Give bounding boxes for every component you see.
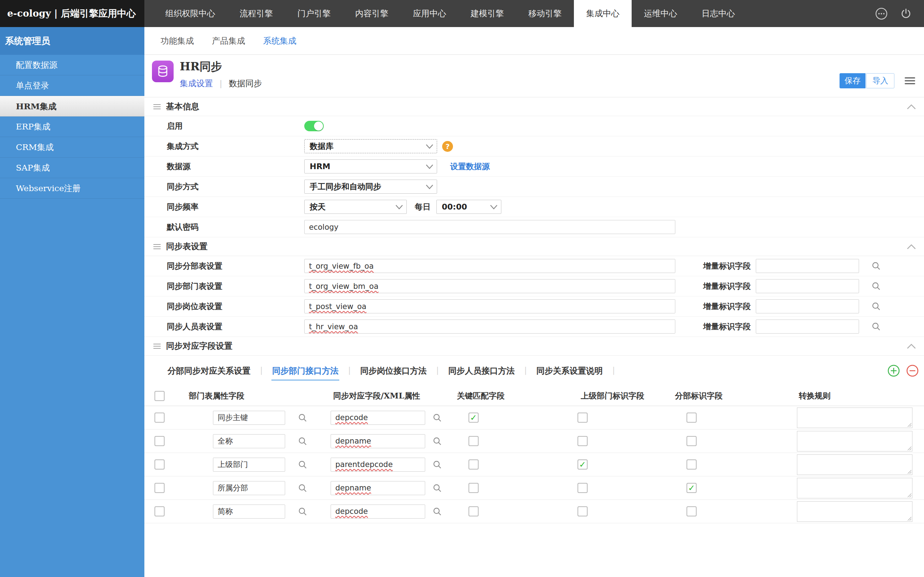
table-name-input[interactable]: t_hr_view_oa [304, 319, 675, 334]
branch-flag-checkbox[interactable] [687, 483, 696, 493]
table-name-input[interactable]: t_org_view_bm_oa [304, 279, 675, 293]
top-nav-tab[interactable]: 运维中心 [632, 0, 690, 27]
magnifier-icon[interactable] [871, 281, 881, 291]
chevron-up-icon[interactable] [907, 244, 916, 250]
mapping-tab[interactable]: 同步人员接口方法 [447, 361, 515, 381]
increment-field-input[interactable] [756, 259, 859, 273]
top-nav-tab[interactable]: 内容引擎 [343, 0, 401, 27]
configure-datasource-link[interactable]: 设置数据源 [450, 161, 490, 172]
conversion-rule-textarea[interactable] [797, 455, 913, 475]
sidebar-item[interactable]: 单点登录 [0, 76, 144, 96]
magnifier-icon[interactable] [298, 507, 307, 516]
top-nav-tab[interactable]: 流程引擎 [228, 0, 285, 27]
xml-attr-input[interactable]: depcode [331, 411, 425, 425]
key-match-checkbox[interactable] [468, 459, 478, 469]
minus-circle-icon[interactable] [906, 364, 919, 377]
top-nav-tab[interactable]: 建模引擎 [459, 0, 516, 27]
branch-flag-checkbox[interactable] [687, 459, 696, 469]
top-nav-tab[interactable]: 组织权限中心 [153, 0, 228, 27]
increment-field-input[interactable] [756, 299, 859, 313]
parent-flag-checkbox[interactable] [577, 413, 588, 423]
list-menu-icon[interactable] [905, 76, 915, 85]
magnifier-icon[interactable] [871, 261, 881, 271]
dept-field-input[interactable]: 上级部门 [213, 458, 285, 472]
magnifier-icon[interactable] [432, 460, 442, 469]
table-name-input[interactable]: t_post_view_oa [304, 299, 675, 313]
sidebar-item[interactable]: 配置数据源 [0, 55, 144, 76]
sync-mode-select[interactable]: 手工同步和自动同步 [304, 180, 437, 193]
help-icon[interactable]: ? [442, 141, 453, 152]
magnifier-icon[interactable] [298, 436, 307, 446]
top-nav-tab[interactable]: 门户引擎 [285, 0, 343, 27]
integration-mode-select[interactable]: 数据库 [304, 139, 437, 153]
sidebar-item[interactable]: HRM集成 [0, 96, 144, 116]
enable-toggle[interactable] [304, 121, 324, 131]
branch-flag-checkbox[interactable] [687, 413, 696, 423]
row-select-checkbox[interactable] [155, 436, 165, 446]
daily-time-select[interactable]: 00:00 [436, 200, 501, 214]
sidebar-item[interactable]: CRM集成 [0, 137, 144, 158]
magnifier-icon[interactable] [298, 460, 307, 469]
top-nav-tab[interactable]: 移动引擎 [516, 0, 574, 27]
magnifier-icon[interactable] [298, 413, 307, 423]
top-nav-tab[interactable]: 日志中心 [690, 0, 747, 27]
plus-circle-icon[interactable] [887, 364, 900, 377]
key-match-checkbox[interactable] [468, 483, 478, 493]
parent-flag-checkbox[interactable] [577, 483, 588, 493]
chevron-up-icon[interactable] [907, 343, 916, 349]
ellipsis-circle-icon[interactable] [875, 7, 888, 20]
xml-attr-input[interactable]: depname [331, 481, 425, 495]
power-icon[interactable] [900, 8, 912, 19]
dept-field-input[interactable]: 全称 [213, 434, 285, 448]
key-match-checkbox[interactable] [468, 436, 478, 446]
parent-flag-checkbox[interactable] [577, 506, 588, 516]
row-select-checkbox[interactable] [155, 413, 165, 423]
row-select-checkbox[interactable] [155, 459, 165, 469]
magnifier-icon[interactable] [432, 413, 442, 423]
key-match-checkbox[interactable] [468, 413, 478, 423]
sidebar-item[interactable]: ERP集成 [0, 116, 144, 137]
conversion-rule-textarea[interactable] [797, 478, 913, 498]
table-name-input[interactable]: t_org_view_fb_oa [304, 259, 675, 273]
parent-flag-checkbox[interactable] [577, 459, 588, 469]
xml-attr-input[interactable]: depcode [331, 504, 425, 519]
xml-attr-input[interactable]: parentdepcode [331, 458, 425, 472]
conversion-rule-textarea[interactable] [797, 431, 913, 451]
top-nav-tab[interactable]: 应用中心 [401, 0, 459, 27]
import-button[interactable]: 导入 [866, 73, 894, 89]
subnav-item[interactable]: 功能集成 [152, 35, 203, 47]
row-select-checkbox[interactable] [155, 506, 165, 516]
increment-field-input[interactable] [756, 279, 859, 293]
sidebar-item[interactable]: SAP集成 [0, 158, 144, 178]
top-nav-tab[interactable]: 集成中心 [574, 0, 632, 27]
increment-field-input[interactable] [756, 319, 859, 334]
subnav-item[interactable]: 产品集成 [203, 35, 254, 47]
conversion-rule-textarea[interactable] [797, 408, 913, 428]
branch-flag-checkbox[interactable] [687, 436, 696, 446]
dept-field-input[interactable]: 同步主键 [213, 411, 285, 425]
magnifier-icon[interactable] [432, 507, 442, 516]
datasource-select[interactable]: HRM [304, 160, 437, 174]
dept-field-input[interactable]: 所属分部 [213, 481, 285, 495]
subnav-item[interactable]: 系统集成 [254, 35, 305, 47]
row-select-checkbox[interactable] [155, 483, 165, 493]
xml-attr-input[interactable]: depname [331, 434, 425, 448]
tab-data-sync[interactable]: 数据同步 [229, 78, 262, 89]
mapping-tab[interactable]: 同步部门接口方法 [271, 361, 339, 381]
default-password-input[interactable] [304, 220, 675, 234]
conversion-rule-textarea[interactable] [797, 501, 913, 522]
mapping-tab[interactable]: 同步关系设置说明 [536, 361, 604, 381]
magnifier-icon[interactable] [298, 483, 307, 493]
magnifier-icon[interactable] [432, 436, 442, 446]
mapping-tab[interactable]: 分部同步对应关系设置 [167, 361, 251, 381]
chevron-up-icon[interactable] [907, 104, 916, 110]
sync-frequency-select[interactable]: 按天 [304, 200, 407, 214]
branch-flag-checkbox[interactable] [687, 506, 696, 516]
save-button[interactable]: 保存 [840, 73, 866, 89]
sidebar-item[interactable]: Webservice注册 [0, 178, 144, 199]
select-all-checkbox[interactable] [155, 391, 165, 401]
key-match-checkbox[interactable] [468, 506, 478, 516]
dept-field-input[interactable]: 简称 [213, 504, 285, 519]
magnifier-icon[interactable] [432, 483, 442, 493]
parent-flag-checkbox[interactable] [577, 436, 588, 446]
